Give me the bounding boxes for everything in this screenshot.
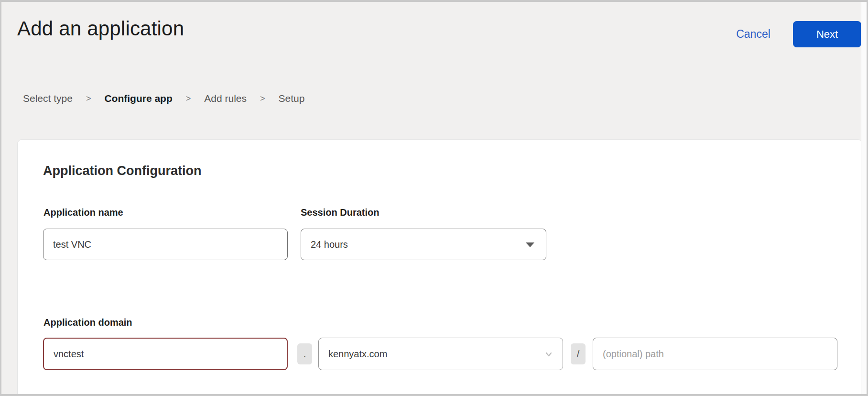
application-name-label: Application name [43, 207, 123, 218]
step-select-type[interactable]: Select type [23, 93, 73, 104]
step-separator: > [260, 94, 265, 104]
caret-down-icon [526, 242, 534, 247]
subdomain-input[interactable] [43, 338, 288, 370]
step-add-rules[interactable]: Add rules [204, 93, 247, 104]
domain-select-value: kennyatx.com [328, 349, 387, 360]
session-duration-value: 24 hours [311, 239, 348, 250]
step-separator: > [186, 94, 191, 104]
path-input[interactable] [593, 338, 837, 370]
slash-separator: / [571, 343, 586, 364]
add-application-page: Add an application Cancel Next Select ty… [0, 0, 868, 396]
next-button[interactable]: Next [793, 21, 861, 47]
application-domain-label: Application domain [43, 317, 132, 328]
chevron-down-icon [543, 349, 554, 362]
domain-select[interactable]: kennyatx.com [318, 338, 563, 370]
step-configure-app: Configure app [104, 93, 172, 104]
application-name-input[interactable] [43, 229, 288, 260]
step-separator: > [86, 94, 91, 104]
section-title: Application Configuration [43, 164, 201, 178]
dot-separator: . [297, 343, 312, 364]
page-title: Add an application [17, 17, 184, 40]
cancel-button[interactable]: Cancel [732, 28, 775, 41]
session-duration-label: Session Duration [301, 207, 379, 218]
vertical-scrollbar[interactable] [861, 2, 867, 394]
application-configuration-card: Application Configuration Application na… [17, 139, 862, 396]
breadcrumb: Select type > Configure app > Add rules … [23, 93, 304, 104]
session-duration-select[interactable]: 24 hours [301, 229, 546, 260]
step-setup[interactable]: Setup [279, 93, 305, 104]
